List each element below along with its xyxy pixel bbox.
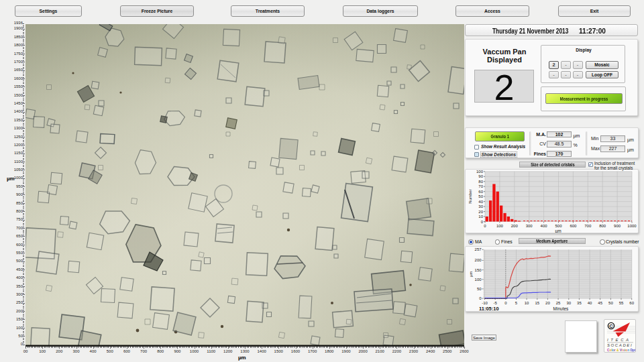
svg-text:50: 50 xyxy=(477,286,482,290)
svg-text:C: C xyxy=(609,323,613,329)
svg-text:-5: -5 xyxy=(494,300,498,304)
svg-text:-10: -10 xyxy=(482,300,488,304)
svg-text:900: 900 xyxy=(614,224,621,228)
svg-text:5: 5 xyxy=(515,300,518,304)
svg-text:100: 100 xyxy=(496,224,504,228)
svg-text:100: 100 xyxy=(476,170,484,174)
svg-text:800: 800 xyxy=(599,224,606,228)
svg-text:10: 10 xyxy=(478,215,483,219)
svg-text:500: 500 xyxy=(555,224,562,228)
svg-text:40: 40 xyxy=(588,300,592,304)
svg-text:70: 70 xyxy=(478,184,483,188)
svg-text:0: 0 xyxy=(484,224,486,228)
svg-text:Number: Number xyxy=(468,189,472,203)
svg-text:200: 200 xyxy=(511,224,519,228)
svg-text:15: 15 xyxy=(535,300,539,304)
svg-text:45: 45 xyxy=(598,300,602,304)
svg-text:25: 25 xyxy=(556,300,561,304)
svg-text:200: 200 xyxy=(475,258,482,262)
svg-text:40: 40 xyxy=(478,199,483,203)
svg-text:50: 50 xyxy=(478,194,483,198)
svg-text:35: 35 xyxy=(577,300,582,304)
svg-text:60: 60 xyxy=(629,300,634,304)
svg-text:10: 10 xyxy=(525,300,529,304)
svg-text:90: 90 xyxy=(478,174,483,178)
svg-text:ITECA: ITECA xyxy=(607,338,631,342)
svg-text:20: 20 xyxy=(478,209,483,213)
svg-text:55: 55 xyxy=(619,300,624,304)
svg-text:0: 0 xyxy=(504,300,507,304)
svg-text:µm: µm xyxy=(469,271,473,276)
svg-text:Minutes: Minutes xyxy=(553,306,570,311)
svg-text:30: 30 xyxy=(566,300,571,304)
svg-text:30: 30 xyxy=(478,204,483,208)
svg-text:µm: µm xyxy=(555,228,561,233)
svg-text:0: 0 xyxy=(479,296,482,300)
svg-text:50: 50 xyxy=(608,300,613,304)
svg-text:100: 100 xyxy=(475,277,482,281)
svg-text:257: 257 xyxy=(475,247,482,251)
svg-text:400: 400 xyxy=(541,224,548,228)
svg-text:20: 20 xyxy=(545,300,550,304)
svg-text:60: 60 xyxy=(478,189,483,193)
svg-text:1000: 1000 xyxy=(627,224,637,228)
svg-text:Color & Vision Dpt: Color & Vision Dpt xyxy=(607,349,635,352)
svg-text:80: 80 xyxy=(478,179,483,183)
svg-text:150: 150 xyxy=(475,267,482,272)
svg-text:700: 700 xyxy=(584,224,592,228)
svg-text:300: 300 xyxy=(526,224,533,228)
svg-text:SOCADEI: SOCADEI xyxy=(607,343,633,347)
svg-text:0: 0 xyxy=(481,219,484,223)
svg-text:600: 600 xyxy=(570,224,577,228)
svg-text:11:05:10: 11:05:10 xyxy=(479,305,499,311)
